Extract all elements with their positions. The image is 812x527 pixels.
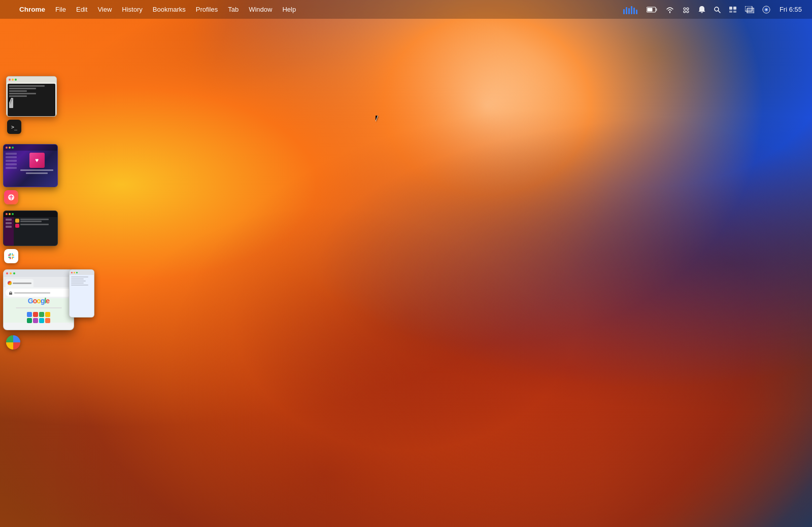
minimize-dot — [74, 272, 75, 273]
content-line-2 — [71, 278, 84, 279]
sidebar-item-5 — [6, 167, 17, 169]
apple-menu[interactable] — [4, 9, 14, 11]
menu-profiles[interactable]: Profiles — [191, 4, 223, 15]
app-name[interactable]: Chrome — [14, 4, 50, 15]
terminal-group: >_ — [6, 76, 74, 134]
app-thumbnails-container: >_ — [0, 76, 74, 356]
maximize-dot — [76, 272, 78, 273]
siri-icon[interactable] — [759, 5, 773, 15]
slack-window-preview — [3, 210, 58, 246]
terminal-icon-badge[interactable]: >_ — [7, 120, 21, 134]
svg-rect-4 — [633, 8, 635, 14]
menu-edit[interactable]: Edit — [71, 4, 92, 15]
lock-icon — [9, 291, 13, 295]
svg-rect-2 — [628, 8, 630, 14]
svg-rect-17 — [729, 11, 732, 13]
close-dot — [6, 272, 8, 274]
slack-message-2 — [15, 224, 56, 228]
sidebar — [6, 153, 17, 174]
sidebar-item-4 — [6, 163, 17, 165]
slack-body — [4, 217, 57, 245]
app-shortcut-6 — [33, 318, 38, 323]
svg-rect-3 — [631, 6, 632, 14]
app-shortcut-5 — [27, 318, 32, 323]
svg-rect-32 — [12, 255, 14, 256]
track-name-line — [20, 169, 54, 171]
menu-history[interactable]: History — [117, 4, 147, 15]
chrome-url-bar — [6, 289, 72, 297]
control-center-icon[interactable] — [679, 5, 693, 14]
chrome-thumbnail-main[interactable]: Google — [3, 269, 74, 330]
term-line-2 — [9, 88, 36, 89]
chrome-tab-strip — [4, 277, 74, 287]
slack-icon-badge[interactable] — [4, 249, 18, 263]
svg-rect-31 — [8, 257, 11, 258]
clock: Fri 6:55 — [775, 5, 806, 14]
content-line-5 — [71, 285, 88, 286]
album-art: ♥ — [29, 153, 45, 168]
main-content: ♥ — [18, 153, 55, 174]
menu-tab[interactable]: Tab — [223, 4, 244, 15]
wifi-icon[interactable] — [663, 5, 677, 14]
spotlight-icon[interactable] — [710, 5, 724, 14]
svg-rect-1 — [626, 7, 627, 14]
cleanmymac-thumbnail[interactable]: ♥ — [3, 144, 58, 187]
terminal-thumbnail[interactable] — [6, 76, 57, 117]
menubar-right: Fri 6:55 — [620, 4, 812, 15]
minimize-dot — [10, 272, 12, 274]
svg-point-9 — [684, 8, 686, 10]
google-search-bar — [16, 307, 62, 308]
close-dot — [9, 79, 11, 81]
menu-help[interactable]: Help — [277, 4, 301, 15]
app-shortcut-7 — [39, 318, 44, 323]
extensions-icon[interactable] — [726, 5, 740, 14]
svg-point-23 — [765, 9, 767, 11]
maximize-dot — [12, 147, 14, 149]
desktop-background — [0, 0, 812, 527]
app-shortcut-4 — [45, 312, 50, 317]
tab-title — [13, 283, 31, 284]
content-line-3 — [71, 280, 86, 282]
svg-rect-33 — [9, 293, 12, 295]
chrome-thumbnail-secondary[interactable] — [69, 269, 94, 318]
sidebar-item-3 — [6, 160, 17, 162]
svg-rect-16 — [733, 7, 736, 10]
message-text-1 — [20, 219, 56, 222]
maximize-dot — [13, 272, 15, 274]
screen-mirroring-icon[interactable] — [742, 5, 757, 14]
notification-center-icon[interactable] — [695, 5, 708, 15]
slack-message-1 — [15, 219, 56, 223]
cleanmymac-icon-badge[interactable] — [4, 190, 18, 204]
menu-bookmarks[interactable]: Bookmarks — [148, 4, 191, 15]
close-dot — [6, 213, 8, 215]
minimize-dot — [9, 147, 11, 149]
svg-line-14 — [718, 11, 720, 13]
chrome-tab-1 — [6, 279, 33, 287]
menu-file[interactable]: File — [50, 4, 71, 15]
chrome-small-titlebar — [70, 270, 94, 275]
term-line-3 — [9, 90, 27, 92]
text-line — [20, 221, 42, 222]
slack-messages — [14, 217, 57, 245]
user-avatar-2 — [15, 224, 19, 228]
maximize-dot — [12, 213, 14, 215]
battery-icon[interactable] — [644, 5, 661, 14]
cpu-monitor-widget[interactable] — [620, 4, 641, 15]
term-line-5 — [9, 95, 27, 97]
close-dot — [71, 272, 73, 273]
menu-window[interactable]: Window — [244, 4, 277, 15]
chrome-icon-badge[interactable] — [6, 335, 20, 349]
menu-view[interactable]: View — [92, 4, 117, 15]
term-line-1 — [9, 85, 45, 87]
svg-rect-8 — [647, 8, 652, 11]
menubar-left: Chrome File Edit View History Bookmarks … — [0, 4, 301, 15]
slack-sidebar-item-3 — [6, 226, 12, 228]
google-logo: Google — [28, 297, 49, 305]
slack-thumbnail[interactable] — [3, 210, 58, 246]
heart-icon: ♥ — [35, 157, 39, 164]
sidebar-item-2 — [6, 156, 17, 158]
slack-sidebar-item-2 — [6, 222, 12, 224]
svg-rect-15 — [729, 7, 732, 10]
terminal-body — [8, 84, 55, 117]
user-avatar-1 — [15, 219, 19, 223]
